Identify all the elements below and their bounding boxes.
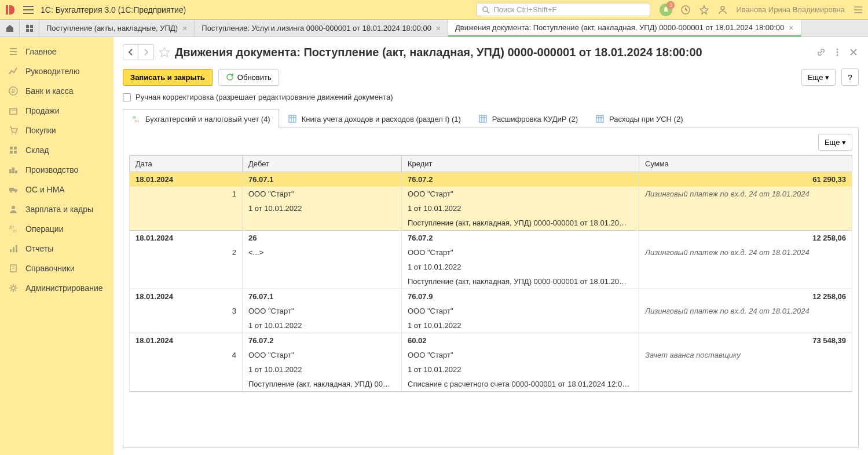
sidebar-item-main[interactable]: Главное: [0, 42, 113, 61]
arrow-right-icon: [142, 48, 150, 56]
content-tabs: ДтКт Бухгалтерский и налоговый учет (4) …: [123, 108, 859, 128]
close-icon[interactable]: [848, 47, 859, 57]
search-placeholder: Поиск Ctrl+Shift+F: [493, 5, 556, 14]
table-toolbar: Еще ▾: [129, 134, 852, 151]
date-cell: 18.01.2024: [130, 289, 243, 304]
svg-rect-12: [10, 147, 13, 150]
sidebar-label: Банк и касса: [25, 86, 73, 96]
sidebar-item-sales[interactable]: Продажи: [0, 101, 113, 121]
table-row[interactable]: 4 ООО "Старт" ООО "Старт" Зачет аванса п…: [130, 348, 852, 362]
content-tab-accounting[interactable]: ДтКт Бухгалтерский и налоговый учет (4): [123, 109, 279, 128]
debit-sub1: <...>: [243, 245, 402, 260]
notification-icon[interactable]: 3: [660, 3, 672, 16]
help-button[interactable]: ?: [841, 68, 859, 86]
table-row[interactable]: 18.01.2024 76.07.1 76.07.9 12 258,06: [130, 289, 852, 304]
sidebar-item-admin[interactable]: Администрирование: [0, 278, 113, 298]
list-icon: [8, 46, 19, 57]
table-row[interactable]: Поступление (акт, накладная, УПД) 0000-0…: [130, 216, 852, 231]
table-icon: [478, 114, 488, 123]
refresh-label: Обновить: [237, 73, 272, 82]
svg-point-10: [12, 133, 13, 134]
sidebar-item-production[interactable]: Производство: [0, 160, 113, 180]
debit-sub2: 1 от 10.01.2022: [243, 201, 402, 216]
star-icon[interactable]: [699, 5, 709, 15]
home-tab[interactable]: [0, 20, 20, 37]
sidebar-item-warehouse[interactable]: Склад: [0, 140, 113, 160]
table-row[interactable]: 2 <...> ООО "Старт" Лизинговый платеж по…: [130, 245, 852, 260]
link-icon[interactable]: [816, 47, 826, 57]
col-credit[interactable]: Кредит: [402, 156, 639, 172]
menu-icon[interactable]: [23, 6, 34, 14]
content-tab-kudir[interactable]: Расшифровка КУДиР (2): [470, 109, 587, 128]
sidebar-item-hr[interactable]: Зарплата и кадры: [0, 199, 113, 219]
page-header: Движения документа: Поступление (акт, на…: [123, 44, 859, 60]
svg-rect-9: [10, 108, 17, 114]
gear-icon: [8, 283, 19, 293]
table-row[interactable]: 1 от 10.01.2022 1 от 10.01.2022: [130, 201, 852, 216]
svg-point-0: [483, 7, 488, 12]
tab-item-1[interactable]: Поступление: Услуги лизинга 0000-000001 …: [195, 20, 448, 37]
table-row[interactable]: 18.01.2024 76.07.2 60.02 73 548,39: [130, 333, 852, 348]
table-row[interactable]: 3 ООО "Старт" ООО "Старт" Лизинговый пла…: [130, 304, 852, 318]
table-row[interactable]: 1 от 10.01.2022 1 от 10.01.2022: [130, 362, 852, 377]
user-icon[interactable]: [717, 5, 728, 15]
panels-tab[interactable]: [20, 20, 39, 37]
svg-rect-36: [479, 115, 486, 122]
col-sum[interactable]: Сумма: [639, 156, 852, 172]
sidebar-item-purchases[interactable]: Покупки: [0, 121, 113, 140]
table-more-button[interactable]: Еще ▾: [818, 134, 852, 151]
table-row[interactable]: 1 от 10.01.2022 1 от 10.01.2022: [130, 318, 852, 333]
svg-text:Дт: Дт: [133, 115, 137, 119]
table-row[interactable]: 18.01.2024 76.07.1 76.07.2 61 290,33: [130, 172, 852, 187]
sidebar-item-assets[interactable]: ОС и НМА: [0, 180, 113, 199]
sidebar-item-reports[interactable]: Отчеты: [0, 239, 113, 259]
arrow-left-icon: [127, 48, 135, 56]
close-icon[interactable]: ×: [436, 24, 441, 33]
nav-buttons: [123, 44, 154, 60]
credit-sub2: 1 от 10.01.2022: [402, 260, 639, 274]
sidebar-item-manager[interactable]: Руководителю: [0, 61, 113, 81]
table-row[interactable]: 1 ООО "Старт" ООО "Старт" Лизинговый пла…: [130, 187, 852, 201]
content-tab-income-book[interactable]: Книга учета доходов и расходов (раздел I…: [279, 109, 470, 128]
sidebar-item-operations[interactable]: ДтКт Операции: [0, 219, 113, 239]
debit-account: 76.07.1: [243, 172, 402, 187]
manual-edit-checkbox[interactable]: [123, 93, 131, 101]
description: Зачет аванса поставщику: [639, 348, 852, 362]
more-button[interactable]: Еще ▾: [801, 69, 836, 86]
sidebar-item-bank[interactable]: ₽ Банк и касса: [0, 81, 113, 101]
sidebar-label: Зарплата и кадры: [25, 205, 93, 214]
close-icon[interactable]: ×: [182, 24, 187, 33]
save-close-button[interactable]: Записать и закрыть: [123, 69, 213, 86]
header-icons: 3 Иванова Ирина Владимировна: [660, 3, 863, 16]
close-icon[interactable]: ×: [789, 23, 793, 32]
svg-rect-17: [12, 168, 14, 173]
refresh-button[interactable]: Обновить: [218, 69, 279, 86]
sidebar: Главное Руководителю ₽ Банк и касса Прод…: [0, 37, 113, 455]
search-input[interactable]: Поиск Ctrl+Shift+F: [477, 3, 650, 16]
table-wrapper: Еще ▾ Дата Дебет Кредит Сумма 18.01.2024…: [123, 128, 859, 448]
refresh-icon: [226, 73, 234, 81]
table-row[interactable]: 18.01.2024 26 76.07.2 12 258,06: [130, 231, 852, 245]
more-icon[interactable]: [832, 47, 843, 57]
svg-rect-5: [26, 29, 29, 32]
back-button[interactable]: [123, 45, 138, 60]
favorite-icon[interactable]: [159, 46, 170, 58]
debit-sub3: [243, 216, 402, 231]
forward-button[interactable]: [138, 45, 153, 60]
credit-sub1: ООО "Старт": [402, 348, 639, 362]
bars-icon: [8, 243, 19, 254]
tab-item-2[interactable]: Движения документа: Поступление (акт, на…: [448, 20, 801, 37]
history-icon[interactable]: [680, 5, 691, 15]
debit-sub1: ООО "Старт": [243, 348, 402, 362]
tab-item-0[interactable]: Поступление (акты, накладные, УПД) ×: [39, 20, 195, 37]
sidebar-label: ОС и НМА: [25, 185, 65, 194]
settings-icon[interactable]: [853, 5, 863, 15]
table-row[interactable]: 1 от 10.01.2022: [130, 260, 852, 274]
col-debit[interactable]: Дебет: [243, 156, 402, 172]
table-row[interactable]: Поступление (акт, накладная, УПД) 00… Сп…: [130, 377, 852, 392]
row-number: 1: [130, 187, 243, 201]
sidebar-item-catalogs[interactable]: Справочники: [0, 259, 113, 278]
table-row[interactable]: Поступление (акт, накладная, УПД) 0000-0…: [130, 274, 852, 289]
content-tab-usn[interactable]: Расходы при УСН (2): [587, 109, 692, 128]
col-date[interactable]: Дата: [130, 156, 243, 172]
